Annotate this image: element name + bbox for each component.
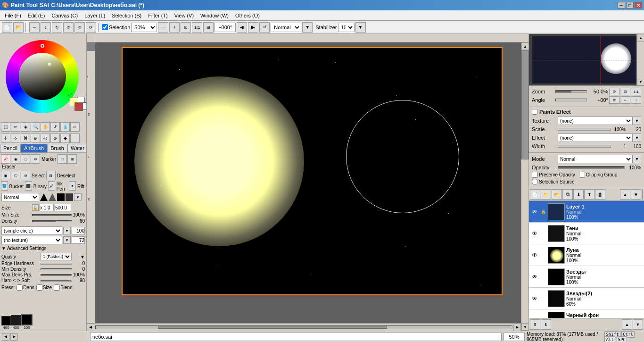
texture-select[interactable]: (no texture) <box>1 236 62 244</box>
advanced-settings-header[interactable]: ▼ Advanced Settings <box>0 245 86 252</box>
brush-tool-3[interactable]: ◌ <box>21 154 30 164</box>
offset-input[interactable] <box>215 23 236 32</box>
layer-delete-btn[interactable]: 🗑 <box>595 189 605 200</box>
tool-transform[interactable]: ⊹ <box>11 133 20 143</box>
scroll-down[interactable]: ▼ <box>521 323 528 331</box>
layer-zvezdy-lock[interactable] <box>540 274 546 280</box>
clipping-group-check[interactable] <box>579 172 585 178</box>
size-lock[interactable]: 🔒 <box>32 204 39 211</box>
press-size-check[interactable] <box>36 284 42 291</box>
stabilizer-arrow[interactable]: ▼ <box>355 22 366 33</box>
angle-btn3[interactable]: ↕ <box>631 96 641 104</box>
effect-btn[interactable]: ▼ <box>633 133 641 142</box>
toolbar-rotate-ccw[interactable]: ↺ <box>63 22 74 33</box>
layer-teni-vis[interactable]: 👁 <box>531 230 538 237</box>
density-slider[interactable] <box>32 220 72 222</box>
zoom-100[interactable]: 1:1 <box>631 88 641 95</box>
vscroll-thumb[interactable] <box>521 50 528 159</box>
layer-item-1[interactable]: 👁 🔒 Layer 1 Normal 100% <box>529 201 644 223</box>
toolbar-rot-right[interactable]: ⟳ <box>86 22 96 33</box>
brush-erase-2[interactable]: ⊞ <box>67 154 77 164</box>
blend-arrow[interactable]: ▼ <box>302 22 313 33</box>
angle-reset[interactable]: ⟳ <box>609 96 619 104</box>
toolbar-new[interactable]: 📄 <box>2 22 12 33</box>
quality-select[interactable]: 1 (Fastest) <box>41 253 72 260</box>
tool-misc5[interactable]: ◆ <box>60 133 70 143</box>
layer-teni-lock[interactable] <box>540 230 546 237</box>
press-blend-check[interactable] <box>54 284 60 291</box>
toolbar-rot-left[interactable]: ⟲ <box>74 22 85 33</box>
angle-btn2[interactable]: ↔ <box>620 96 630 104</box>
size-mult-input[interactable] <box>40 204 54 211</box>
hard-soft-slider[interactable] <box>41 280 72 282</box>
toolbar-open[interactable]: 📂 <box>13 22 24 33</box>
layer-luna-lock[interactable] <box>540 252 546 259</box>
select-btn-2[interactable]: ⬡ <box>11 171 20 180</box>
zoom-out-btn[interactable]: − <box>158 22 168 33</box>
layer-1-vis[interactable]: 👁 <box>531 208 538 216</box>
size-value-input[interactable] <box>55 204 71 211</box>
layer-item-teni[interactable]: 👁 Тени Normal 100% <box>529 223 644 244</box>
toolbar-rotate-cw[interactable]: ↻ <box>52 22 62 33</box>
rp-btn-3[interactable]: ▲ <box>622 319 632 330</box>
layer-new-btn[interactable]: 📄 <box>530 189 540 200</box>
brush-tool-1[interactable]: 🖊 <box>1 154 10 164</box>
canvas-inner-area[interactable] <box>95 42 521 331</box>
tool-warp[interactable]: ⌘ <box>21 133 30 143</box>
tool-misc1[interactable]: ↩ <box>70 122 80 132</box>
tool-rotate[interactable]: ↺ <box>50 122 60 132</box>
toolbar-h-flip[interactable]: ↔ <box>29 22 40 33</box>
scroll-right[interactable]: ▶ <box>513 324 521 331</box>
background-color-swatch[interactable] <box>74 102 83 111</box>
shape-tri-gray[interactable] <box>49 193 56 201</box>
offset-right[interactable]: ▶ <box>248 22 258 33</box>
tool-select-free[interactable]: ✏ <box>11 122 20 132</box>
layers-scroll-down[interactable]: ▼ <box>631 189 641 200</box>
menu-canvas[interactable]: Canvas (C) <box>49 12 81 19</box>
zoom-small-btn[interactable]: ⊞ <box>203 22 214 33</box>
tool-move[interactable]: ✛ <box>1 133 10 143</box>
layer-down-btn[interactable]: ⬇ <box>573 189 584 200</box>
scroll-up[interactable]: ▲ <box>521 42 528 50</box>
menu-selection[interactable]: Selection (S) <box>109 12 144 19</box>
color-picker-square[interactable] <box>19 53 66 100</box>
swap-colors[interactable]: ⇌ <box>68 92 72 97</box>
min-density-slider[interactable] <box>41 268 72 270</box>
shape-square-dark[interactable] <box>66 193 73 201</box>
layer-zvezdy-vis[interactable]: 👁 <box>531 273 538 281</box>
tool-select-magic[interactable]: ◈ <box>21 122 30 132</box>
preview-scroll-down[interactable]: ▼ <box>637 78 644 85</box>
restore-button[interactable]: □ <box>626 2 634 8</box>
menu-layer[interactable]: Layer (L) <box>82 12 108 19</box>
select-btn-1[interactable]: ▣ <box>1 171 10 180</box>
texture-btn[interactable]: ▼ <box>633 117 641 125</box>
zoom-fit2[interactable]: ⊡ <box>620 88 630 95</box>
preserve-opacity-check[interactable] <box>532 172 538 178</box>
shape-tri-black[interactable] <box>40 193 48 201</box>
layers-resize-handle[interactable] <box>642 189 643 200</box>
tab-brush[interactable]: Brush <box>47 144 67 153</box>
layer-item-luna[interactable]: 👁 Луна Normal 100% <box>529 244 644 266</box>
width-slider[interactable] <box>558 145 611 148</box>
scale-slider[interactable] <box>558 128 611 131</box>
zoom-actual-btn[interactable]: 1:1 <box>192 22 202 33</box>
tool-misc4[interactable]: ⊗ <box>50 133 60 143</box>
shape-select[interactable]: (simple circle) <box>1 226 62 235</box>
paints-effect-check[interactable] <box>532 109 537 115</box>
tab-pencil[interactable]: Pencil <box>0 144 21 153</box>
zoom-slider[interactable] <box>555 90 587 93</box>
brush-erase-1[interactable]: □ <box>58 154 67 164</box>
layer-copy-btn[interactable]: ⧉ <box>562 189 573 200</box>
rp-btn-1[interactable]: ⬆ <box>530 319 540 330</box>
texture-expand[interactable]: ▼ <box>63 236 71 244</box>
tool-misc2[interactable]: ⊕ <box>31 133 40 143</box>
select-btn-3[interactable]: ⊝ <box>21 171 30 180</box>
max-dens-prs-slider[interactable] <box>41 274 72 276</box>
tab-airbrush[interactable]: AirBrush <box>21 144 47 153</box>
canvas-bottom-right[interactable]: ▶ <box>10 333 18 341</box>
blend-mode-select[interactable]: Normal Multiply Screen <box>271 23 301 32</box>
layers-scroll-up[interactable]: ▲ <box>620 189 630 200</box>
zoom-select[interactable]: 50% 25% 100% <box>131 23 157 32</box>
close-button[interactable]: ✕ <box>635 2 642 8</box>
selection-source-radio[interactable] <box>532 179 538 185</box>
